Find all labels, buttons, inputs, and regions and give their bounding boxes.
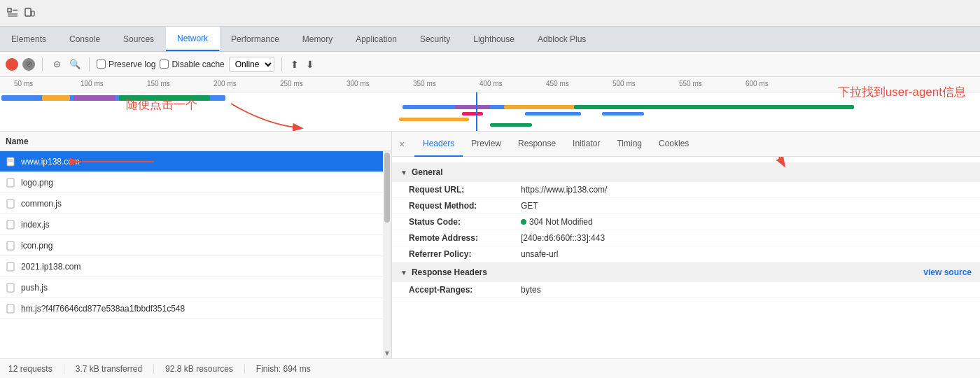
request-method-row: Request Method: GET — [392, 198, 980, 214]
disable-cache-label: Disable cache — [172, 59, 224, 69]
svg-rect-16 — [7, 304, 14, 313]
request-url-label: Request URL: — [409, 185, 521, 195]
tab-adblock[interactable]: Adblock Plus — [526, 27, 598, 51]
download-icon[interactable]: ⬇ — [304, 57, 316, 71]
tab-network[interactable]: Network — [166, 27, 220, 51]
timeline-bar-blue-4 — [602, 112, 644, 115]
request-item[interactable]: hm.js?f4f76646cd877e538aa1fbbdf351c548 — [0, 298, 391, 319]
scrollbar-thumb[interactable] — [384, 153, 390, 223]
referrer-policy-row: Referrer Policy: unsafe-url — [392, 246, 980, 262]
svg-rect-4 — [25, 8, 31, 16]
tab-memory[interactable]: Memory — [291, 27, 344, 51]
timeline-ruler: 50 ms 100 ms 150 ms 200 ms 250 ms 300 ms… — [0, 77, 980, 92]
request-name-0: www.ip138.com — [21, 157, 80, 167]
network-toolbar: ⊘ ⊝ 🔍 Preserve log Disable cache Online … — [0, 52, 980, 77]
toolbar-divider-1 — [42, 57, 43, 71]
request-item[interactable]: www.ip138.com — [0, 151, 391, 172]
main-content: Name www.ip138.com — [0, 132, 980, 358]
detail-tab-initiator[interactable]: Initiator — [564, 132, 608, 157]
detail-tab-preview[interactable]: Preview — [463, 132, 510, 157]
status-code-row: Status Code: 304 Not Modified — [392, 214, 980, 230]
tab-console[interactable]: Console — [58, 27, 112, 51]
scrollbar-track[interactable]: ▼ — [383, 151, 391, 358]
request-item[interactable]: icon.png — [0, 235, 391, 256]
preserve-log-checkbox[interactable]: Preserve log — [97, 59, 155, 69]
tab-application[interactable]: Application — [344, 27, 409, 51]
svg-rect-10 — [7, 178, 14, 187]
ruler-mark-2: 100 ms — [80, 80, 104, 88]
triangle-icon-2: ▼ — [400, 269, 407, 276]
file-icon-4 — [6, 240, 17, 251]
throttle-select[interactable]: Online — [229, 57, 274, 72]
file-icon-5 — [6, 261, 17, 272]
request-name-7: hm.js?f4f76646cd877e538aa1fbbdf351c548 — [21, 304, 185, 314]
ruler-mark-5: 250 ms — [280, 80, 303, 88]
file-icon-2 — [6, 198, 17, 209]
general-section-header[interactable]: ▼ General — [392, 162, 980, 182]
general-section-title: General — [412, 167, 443, 177]
name-column-header: Name — [6, 136, 29, 146]
close-detail-button[interactable]: × — [395, 137, 409, 151]
ruler-mark-4: 200 ms — [214, 80, 237, 88]
tab-sources[interactable]: Sources — [112, 27, 166, 51]
response-headers-section-header[interactable]: ▼ Response Headers view source — [392, 262, 980, 282]
request-item[interactable]: 2021.ip138.com — [0, 256, 391, 277]
device-icon[interactable] — [22, 6, 36, 20]
ruler-mark-6: 300 ms — [346, 80, 370, 88]
tab-lighthouse[interactable]: Lighthouse — [462, 27, 526, 51]
devtools-top-bar — [0, 0, 980, 27]
detail-tab-cookies[interactable]: Cookies — [650, 132, 697, 157]
record-button[interactable] — [6, 58, 18, 71]
timeline-marker — [476, 92, 477, 132]
accept-ranges-value: bytes — [521, 285, 541, 295]
request-list: Name www.ip138.com — [0, 132, 392, 358]
file-icon-7 — [6, 303, 17, 314]
request-item[interactable]: logo.png — [0, 172, 391, 193]
status-code-label: Status Code: — [409, 217, 521, 227]
filter-icon[interactable]: ⊝ — [50, 57, 64, 71]
scroll-down-arrow[interactable]: ▼ — [383, 347, 391, 358]
ruler-mark-12: 600 ms — [746, 80, 769, 88]
toolbar-divider-2 — [89, 57, 90, 71]
preserve-log-input[interactable] — [97, 59, 106, 69]
disable-cache-input[interactable] — [160, 59, 169, 69]
stop-record-button[interactable]: ⊘ — [22, 58, 35, 71]
request-method-label: Request Method: — [409, 201, 521, 211]
tab-security[interactable]: Security — [409, 27, 462, 51]
svg-rect-5 — [31, 11, 34, 16]
search-icon[interactable]: 🔍 — [68, 57, 82, 71]
upload-icon[interactable]: ⬆ — [289, 57, 300, 71]
status-green-dot — [521, 219, 526, 225]
request-item[interactable]: common.js — [0, 193, 391, 214]
detail-body: ▼ General Request URL: https://www.ip138… — [392, 157, 980, 358]
request-item[interactable]: index.js — [0, 214, 391, 235]
timeline-bar-purple-2 — [455, 105, 490, 109]
timeline-area: 50 ms 100 ms 150 ms 200 ms 250 ms 300 ms… — [0, 77, 980, 132]
request-item[interactable]: push.js — [0, 277, 391, 298]
detail-tab-headers[interactable]: Headers — [414, 132, 463, 157]
timeline-tracks — [0, 92, 980, 132]
detail-tab-timing[interactable]: Timing — [608, 132, 650, 157]
svg-rect-15 — [7, 284, 14, 292]
view-source-link[interactable]: view source — [923, 267, 972, 277]
ruler-mark-8: 400 ms — [479, 80, 503, 88]
file-icon-1 — [6, 177, 17, 188]
ruler-mark-3: 150 ms — [147, 80, 170, 88]
tab-performance[interactable]: Performance — [220, 27, 291, 51]
request-name-4: icon.png — [21, 241, 52, 251]
request-method-value: GET — [521, 201, 538, 211]
remote-address-label: Remote Address: — [409, 233, 521, 243]
inspect-icon[interactable] — [6, 6, 20, 20]
remote-address-value: [240e:d6:660f::33]:443 — [521, 233, 605, 243]
status-code-value: 304 Not Modified — [521, 217, 593, 227]
file-icon-3 — [6, 219, 17, 230]
svg-rect-6 — [7, 158, 14, 166]
request-list-header: Name — [0, 132, 391, 151]
detail-tab-response[interactable]: Response — [510, 132, 564, 157]
disable-cache-checkbox[interactable]: Disable cache — [160, 59, 224, 69]
svg-rect-11 — [7, 200, 14, 208]
request-list-body[interactable]: www.ip138.com logo.png — [0, 151, 391, 358]
accept-ranges-row: Accept-Ranges: bytes — [392, 282, 980, 298]
tab-elements[interactable]: Elements — [0, 27, 58, 51]
timeline-bar-pink — [462, 112, 483, 115]
